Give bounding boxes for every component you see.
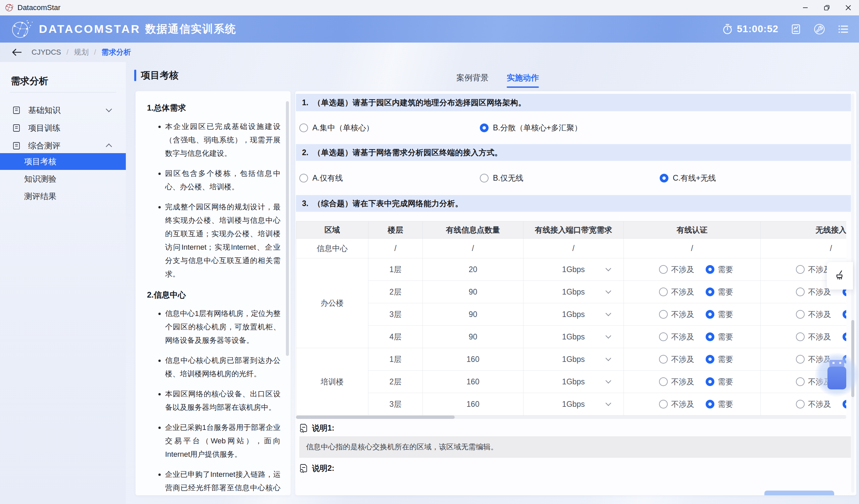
radio-option[interactable]: 不涉及 [659,287,694,297]
breadcrumb-item[interactable]: 规划 [74,47,89,57]
requirements-scrollbar[interactable] [286,101,289,356]
radio-option[interactable]: 不涉及 [659,309,694,320]
radio-label: 不涉及 [671,287,694,297]
radio-checked[interactable] [843,332,846,341]
document-icon [12,124,21,132]
tab-active[interactable]: 实施动作 [507,73,539,88]
radio-checked[interactable] [706,332,714,341]
bandwidth-select[interactable]: 1Gbps [524,326,623,347]
radio-option[interactable]: 不涉及 [659,354,694,365]
requirements-section-heading: 1.总体需求 [147,103,281,113]
radio-option[interactable]: 需要 [843,332,846,342]
radio-option[interactable]: 不涉及 [659,264,694,275]
radio-label: C.有线+无线 [673,173,716,183]
back-button[interactable] [11,48,22,57]
question-header: 1.（单选题）请基于园区内建筑的地理分布选择园区网络架构。 [296,94,851,111]
radio-option[interactable]: 不涉及 [796,399,831,409]
radio-option[interactable]: 需要 [706,332,733,342]
restore-button[interactable] [816,0,838,15]
radio-unchecked[interactable] [796,355,805,364]
radio-checked[interactable] [706,310,714,319]
radio-unchecked[interactable] [659,265,668,274]
radio-option[interactable]: 不涉及 [796,287,831,297]
radio-unchecked[interactable] [796,265,805,274]
menu-list-icon[interactable] [838,24,849,34]
tools-icon[interactable] [813,23,826,35]
radio-option[interactable]: A.仅有线 [299,173,343,183]
radio-unchecked[interactable] [796,287,805,296]
radio-unchecked[interactable] [796,310,805,319]
chevron-down-icon [606,400,612,406]
radio-option[interactable]: 需要 [843,309,846,320]
radio-option[interactable]: 需要 [843,399,846,409]
bandwidth-select[interactable]: 1Gbps [524,281,623,303]
radio-option[interactable]: 不涉及 [796,264,831,275]
radio-option[interactable]: 需要 [706,377,733,387]
radio-option[interactable]: 不涉及 [659,377,694,387]
tab-inactive[interactable]: 案例背景 [456,73,488,88]
radio-unchecked[interactable] [659,377,668,386]
radio-unchecked[interactable] [659,400,668,409]
radio-checked[interactable] [480,123,488,132]
bandwidth-select[interactable]: 1Gbps [524,348,623,370]
radio-option[interactable]: 不涉及 [796,332,831,342]
radio-unchecked[interactable] [796,332,805,341]
chevron-down-icon [606,311,612,316]
radio-option[interactable]: 需要 [706,399,733,409]
sidebar-subitem[interactable]: 知识测验 [0,171,126,187]
question-number: 2. [302,148,308,157]
radio-option[interactable]: 不涉及 [796,309,831,320]
table-horizontal-scrollbar-thumb[interactable] [296,415,455,419]
breadcrumb-item: 需求分析 [101,47,131,57]
radio-option[interactable]: A.集中（单核心） [299,123,374,133]
radio-option[interactable]: 不涉及 [659,399,694,409]
sidebar-item[interactable]: 综合测评 [0,137,126,155]
clear-tool-button[interactable] [827,262,853,289]
radio-unchecked[interactable] [299,174,308,182]
bandwidth-select[interactable]: 1Gbps [524,371,623,392]
radio-checked[interactable] [706,400,714,409]
question-text: （综合题）请在下表中完成网络能力分析。 [313,199,463,209]
radio-checked[interactable] [843,400,846,409]
timer-value: 51:00:52 [737,23,779,34]
usb-device-widget[interactable] [815,352,859,397]
radio-unchecked[interactable] [659,310,668,319]
breadcrumb-item[interactable]: CJYDCS [32,48,61,57]
note-label: 说明1: [312,423,334,433]
sidebar-item[interactable]: 项目训练 [0,119,126,137]
radio-unchecked[interactable] [796,400,805,409]
sidebar-item[interactable]: 基础知识 [0,101,126,119]
radio-unchecked[interactable] [299,123,308,132]
close-button[interactable] [838,0,859,15]
radio-checked[interactable] [706,287,714,296]
radio-option[interactable]: 需要 [706,309,733,320]
minimize-button[interactable] [795,0,816,15]
radio-option[interactable]: 需要 [706,264,733,275]
radio-checked[interactable] [843,310,846,319]
radio-option[interactable]: C.有线+无线 [660,173,716,183]
radio-option[interactable]: 需要 [706,354,733,365]
bandwidth-select[interactable]: 1Gbps [524,259,623,280]
radio-unchecked[interactable] [480,174,488,182]
radio-unchecked[interactable] [659,332,668,341]
radio-option[interactable]: 需要 [706,287,733,297]
radio-unchecked[interactable] [659,355,668,364]
bandwidth-value: 1Gbps [562,265,585,274]
report-icon[interactable] [790,23,801,35]
radio-option[interactable]: B.分散（单核心+多汇聚） [480,123,582,133]
radio-checked[interactable] [706,265,714,274]
radio-checked[interactable] [706,377,714,386]
radio-option[interactable]: B.仅无线 [480,173,524,183]
submit-button[interactable]: 提交 [764,491,834,495]
radio-checked[interactable] [660,174,668,182]
sidebar-subitem[interactable]: 测评结果 [0,188,126,205]
sidebar-subitem[interactable]: 项目考核 [0,153,126,170]
usb-connector [829,360,844,367]
bandwidth-select[interactable]: 1Gbps [524,304,623,325]
radio-option[interactable]: 不涉及 [659,332,694,342]
bandwidth-select[interactable]: 1Gbps [524,393,623,415]
radio-group: 不涉及需要 [624,332,760,342]
radio-unchecked[interactable] [659,287,668,296]
radio-checked[interactable] [706,355,714,364]
radio-unchecked[interactable] [796,377,805,386]
